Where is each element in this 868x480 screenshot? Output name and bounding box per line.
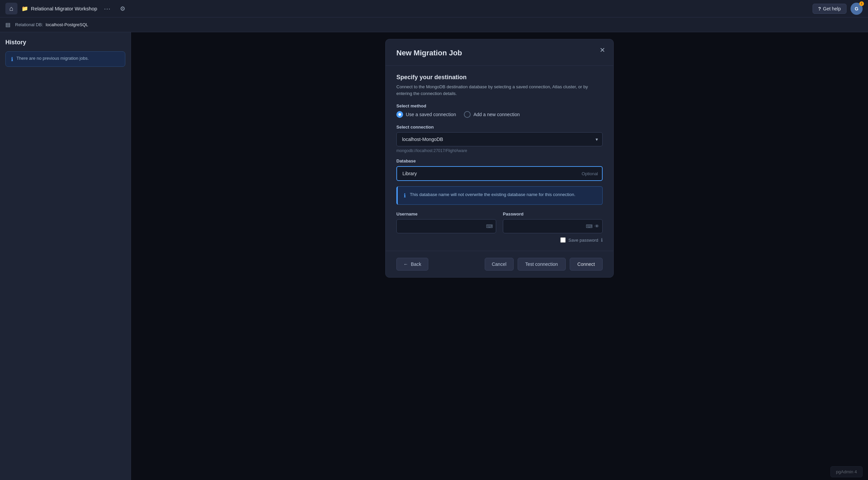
database-field: Database Optional [396,159,602,181]
get-help-label: Get help [823,6,841,11]
content-area: New Migration Job ✕ Specify your destina… [131,32,868,480]
radio-new-label: Add a new connection [473,112,520,117]
password-label: Password [503,211,602,216]
avatar[interactable]: G ! [850,3,863,15]
database-label: Database [396,159,602,164]
section-desc: Connect to the MongoDB destination datab… [396,83,602,97]
database-info-alert: ℹ This database name will not overwrite … [396,186,602,205]
save-password-row: Save password ℹ [396,237,602,243]
username-field: Username ⌨ [396,211,496,233]
top-bar-right: ? Get help G ! [813,3,863,15]
username-label: Username [396,211,496,216]
select-method-label: Select method [396,103,602,108]
modal-footer: ← Back Cancel Test connection Connect [385,251,613,277]
radio-group: Use a saved connection Add a new connect… [396,111,602,118]
back-button[interactable]: ← Back [396,258,428,271]
radio-new-circle[interactable] [464,111,471,118]
home-icon: ⌂ [9,5,13,12]
sidebar-title: History [5,39,125,46]
radio-saved-connection[interactable]: Use a saved connection [396,111,456,118]
modal-title: New Migration Job [396,49,602,58]
sub-bar: ▤ Relational DB: localhost-PostgreSQL [0,18,868,32]
settings-icon: ⚙ [120,5,125,12]
section-title: Specify your destination [396,74,602,81]
back-arrow-icon: ← [403,262,408,267]
main-layout: History ℹ There are no previous migratio… [0,32,868,480]
password-keyboard-icon: ⌨ [586,224,593,229]
save-password-label: Save password [568,238,598,243]
top-bar: ⌂ 📁 Relational Migrator Workshop ⋯ ⚙ ? G… [0,0,868,18]
settings-button[interactable]: ⚙ [117,4,128,14]
modal-body: Specify your destination Connect to the … [385,66,613,251]
radio-saved-circle[interactable] [396,111,403,118]
connection-dropdown[interactable]: localhost-MongoDB [396,132,602,146]
modal: New Migration Job ✕ Specify your destina… [385,39,614,278]
password-toggle-icon: 👁 [595,224,599,229]
project-icon: 📁 [22,5,28,12]
cancel-button[interactable]: Cancel [485,258,514,271]
help-icon: ? [818,6,821,11]
database-input-wrapper: Optional [396,166,602,181]
test-connection-button[interactable]: Test connection [518,258,566,271]
credentials-row: Username ⌨ Password [396,211,602,233]
info-icon: ℹ [11,56,13,62]
select-connection-label: Select connection [396,125,602,130]
alert-text: This database name will not overwrite th… [410,191,576,198]
dots-icon: ⋯ [104,5,111,12]
get-help-button[interactable]: ? Get help [813,4,847,14]
no-jobs-info: ℹ There are no previous migration jobs. [5,52,125,67]
username-icon-button[interactable]: ⌨ [486,224,493,229]
more-options-button[interactable]: ⋯ [101,3,113,14]
db-icon: ▤ [5,22,10,28]
connection-dropdown-wrapper: localhost-MongoDB ▾ [396,132,602,146]
database-input[interactable] [396,166,602,181]
avatar-initials: G [855,6,859,11]
alert-icon: ℹ [404,192,406,200]
project-name-text: Relational Migrator Workshop [31,6,97,11]
avatar-badge: ! [859,1,864,6]
username-input[interactable] [396,219,496,233]
sidebar: History ℹ There are no previous migratio… [0,32,131,480]
back-label: Back [411,262,421,267]
username-keyboard-icon: ⌨ [486,224,493,229]
connect-button[interactable]: Connect [570,258,602,271]
sub-bar-value: localhost-PostgreSQL [46,22,88,27]
save-password-checkbox[interactable] [560,237,566,243]
password-field: Password ⌨ 👁 [503,211,602,233]
no-jobs-text: There are no previous migration jobs. [17,56,89,61]
save-password-info-icon[interactable]: ℹ [601,237,602,243]
connection-url: mongodb://localhost:27017/FlightAware [396,148,602,153]
modal-close-button[interactable]: ✕ [599,46,605,54]
sub-bar-label: Relational DB: [15,22,43,27]
modal-header: New Migration Job ✕ [385,39,613,66]
home-button[interactable]: ⌂ [5,3,18,14]
project-name: 📁 Relational Migrator Workshop [22,5,97,12]
top-bar-left: ⌂ 📁 Relational Migrator Workshop ⋯ ⚙ [5,3,128,14]
select-method: Select method Use a saved connection Add… [396,103,602,118]
radio-saved-label: Use a saved connection [406,112,456,117]
radio-new-connection[interactable]: Add a new connection [464,111,520,118]
password-icon-buttons[interactable]: ⌨ 👁 [586,224,599,229]
username-input-wrapper: ⌨ [396,219,496,233]
password-input-wrapper: ⌨ 👁 [503,219,602,233]
select-connection: Select connection localhost-MongoDB ▾ mo… [396,125,602,153]
